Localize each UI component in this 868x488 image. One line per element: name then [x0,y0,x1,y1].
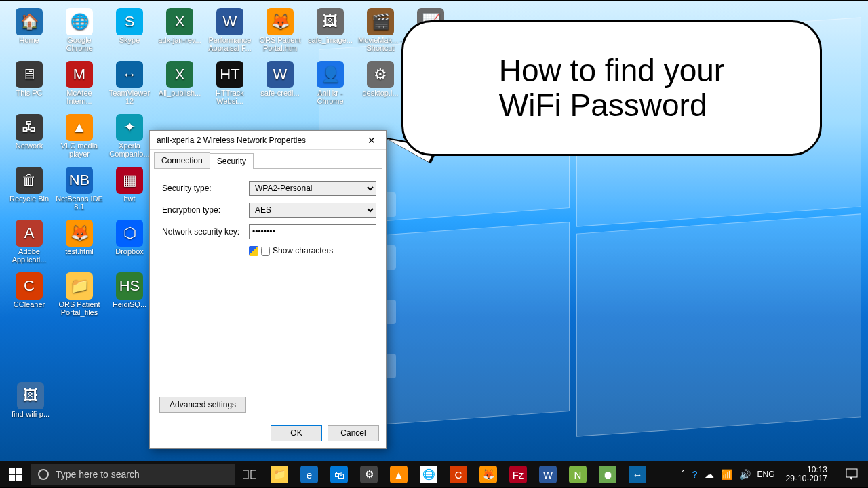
desktop-icon[interactable]: 📁ORS Patient Portal_files [54,270,104,323]
firefox-icon: 🦊 [479,466,497,483]
tray-volume-icon[interactable]: 🔊 [739,469,751,480]
ok-button[interactable]: OK [271,425,322,441]
desktop-icon[interactable]: 👤Anil kr - Chrome [305,58,355,111]
taskbar-app-firefox[interactable]: 🦊 [473,461,503,488]
teamviewer-icon: ↔ [629,466,646,483]
desktop-icon[interactable]: ↔TeamViewer 12 [104,58,155,111]
desktop-icon[interactable]: 🖥This PC [4,58,54,111]
icon-label: ORS Patient Portal_files [56,301,103,317]
system-tray: ˄ ? ☁ 📶 🔊 ENG 10:13 29-10-2017 [681,461,868,488]
desktop-icon[interactable]: 🗑Recycle Bin [4,164,54,217]
wireless-properties-dialog: anil-xperia 2 Wireless Network Propertie… [149,130,387,449]
word-icon: W [539,466,557,483]
security-type-select[interactable]: WPA2-Personal [249,181,376,196]
desktop-icon[interactable]: ▦hwt [104,164,155,217]
svg-rect-6 [846,469,857,477]
desktop-icon[interactable]: 🏠Home [4,5,54,58]
app-icon: 🦊 [66,220,93,247]
icon-label: McAfee Intern... [56,89,103,105]
show-characters-checkbox[interactable] [261,247,270,256]
taskbar-app-filezilla[interactable]: Fz [503,461,533,488]
desktop-icon[interactable]: Wsafe-credi... [255,58,305,111]
desktop-icon[interactable]: 🖧Network [4,111,54,164]
search-placeholder: Type here to search [56,469,140,480]
desktop-icon[interactable]: CCCleaner [4,270,54,323]
taskbar-app-ccleaner[interactable]: C [443,461,473,488]
taskbar-app-file-explorer[interactable]: 📁 [264,461,294,488]
icon-label: Google Chrome [56,37,103,52]
svg-rect-5 [251,470,256,479]
taskbar-app-word[interactable]: W [533,461,563,488]
start-button[interactable] [0,461,31,488]
app-icon: 🌐 [66,8,93,35]
icon-label: Anil kr - Chrome [307,89,354,105]
tray-onedrive-icon[interactable]: ☁ [705,469,714,480]
image-icon: 🖼 [17,382,44,409]
notepad-plus-icon: N [569,466,587,483]
taskbar-app-google-chrome[interactable]: 🌐 [414,461,443,488]
obscured-icon [387,192,396,217]
tray-network-icon[interactable]: 📶 [721,469,732,480]
svg-rect-1 [16,468,22,474]
desktop-icon[interactable]: 🌐Google Chrome [54,5,104,58]
camtasia-icon: ⏺ [599,466,616,483]
search-box[interactable]: Type here to search [31,464,235,485]
desktop-icon[interactable]: 🎬MovieMak... - Shortcut [355,5,406,58]
desktop-icon[interactable]: ✦Xperia Companio... [104,111,155,164]
obscured-icon [387,354,396,378]
taskbar-app-microsoft-edge[interactable]: e [294,461,324,488]
icon-label: Network [16,142,43,150]
taskbar-app-settings[interactable]: ⚙ [354,461,384,488]
desktop-icon[interactable]: 🖼 find-wifi-p... [5,380,56,432]
vlc-icon: ▲ [390,466,408,483]
app-icon: 🎬 [367,8,394,35]
encryption-type-select[interactable]: AES [249,203,376,218]
desktop-icon[interactable]: ⚙desktop.i... [355,58,406,111]
desktop-icon[interactable]: WPerformance Appraisal F... [205,5,255,58]
desktop-icon[interactable]: XAll_publish... [155,58,205,111]
icon-label: HTTrack Websi... [206,89,254,105]
app-icon: 🦊 [267,8,294,35]
app-icon: A [16,220,43,247]
tab-security[interactable]: Security [210,153,254,169]
desktop-icon[interactable]: NBNetBeans IDE 8.1 [54,164,104,217]
taskbar-app-windows-store[interactable]: 🛍 [324,461,354,488]
icon-label: test.html [65,248,94,256]
desktop-icon[interactable]: ▲VLC media player [54,111,104,164]
desktop-icon[interactable]: MMcAfee Intern... [54,58,104,111]
taskbar-app-camtasia[interactable]: ⏺ [593,461,623,488]
app-icon: S [116,8,143,35]
tab-connection[interactable]: Connection [154,152,210,168]
tray-overflow-icon[interactable]: ˄ [681,469,686,480]
desktop-icon[interactable]: ⬡Dropbox [104,217,155,270]
desktop-icon[interactable]: SSkype [104,5,155,58]
desktop-icon[interactable]: 🦊test.html [54,217,104,270]
app-icon: X [166,8,193,35]
cortana-icon [38,469,49,480]
desktop-icon[interactable]: 🖼safe_image... [305,5,355,58]
desktop-icon[interactable]: AAdobe Applicati... [4,217,54,270]
advanced-settings-button[interactable]: Advanced settings [159,396,246,413]
tray-help-icon[interactable]: ? [692,469,698,480]
desktop-icon[interactable]: 🦊ORS Patient Portal.htm [255,5,305,58]
tray-clock[interactable]: 10:13 29-10-2017 [782,466,831,483]
taskbar-app-vlc[interactable]: ▲ [384,461,414,488]
window-title: anil-xperia 2 Wireless Network Propertie… [157,136,306,145]
google-chrome-icon: 🌐 [420,466,437,483]
app-icon: 🖥 [16,61,43,88]
taskbar-app-teamviewer[interactable]: ↔ [623,461,652,488]
desktop-icon[interactable]: HTHTTrack Websi... [205,58,255,111]
desktop-icon[interactable]: Xadx-jan-rev... [155,5,205,58]
cancel-button[interactable]: Cancel [328,425,379,441]
desktop-icon[interactable]: HSHeidiSQ... [104,270,155,323]
network-key-input[interactable] [249,224,376,239]
app-icon: ↔ [116,61,143,88]
titlebar[interactable]: anil-xperia 2 Wireless Network Propertie… [150,131,386,150]
taskbar-app-notepad-plus[interactable]: N [563,461,593,488]
task-view-button[interactable] [235,469,264,480]
action-center-button[interactable] [838,461,865,488]
app-icon: W [267,61,294,88]
tray-language[interactable]: ENG [757,470,775,479]
label-encryption-type: Encryption type: [162,205,249,215]
close-icon[interactable]: ✕ [361,133,382,148]
